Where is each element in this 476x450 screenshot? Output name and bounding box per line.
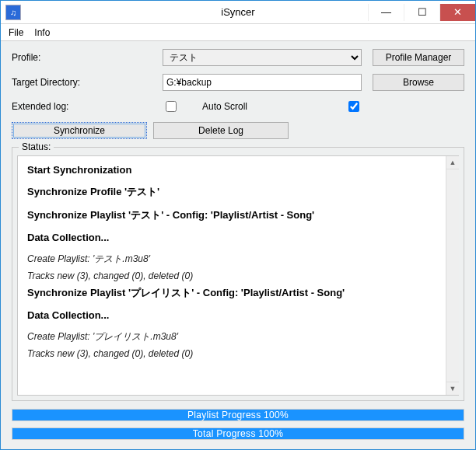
scroll-down-icon[interactable]: ▼ <box>446 382 459 395</box>
extended-log-label: Extended log: <box>12 101 152 112</box>
close-button[interactable]: ✕ <box>439 4 475 21</box>
log-heading: Synchronize Playlist 'テスト' - Config: 'Pl… <box>27 208 436 222</box>
menubar: File Info <box>1 24 475 41</box>
status-group-label: Status: <box>19 141 54 152</box>
log-heading: Data Collection... <box>27 309 436 321</box>
auto-scroll-checkbox[interactable] <box>348 101 359 112</box>
log-line: Create Playlist: 'プレイリスト.m3u8' <box>27 330 436 344</box>
log-heading: Data Collection... <box>27 232 436 243</box>
target-directory-label: Target Directory: <box>12 77 152 88</box>
profile-manager-button[interactable]: Profile Manager <box>373 49 464 66</box>
auto-scroll-label: Auto Scroll <box>202 101 247 112</box>
status-log-content: Start SynchronizationSynchronize Profile… <box>18 156 446 395</box>
log-heading: Synchronize Profile 'テスト' <box>27 185 436 199</box>
total-progress-bar: Total Progress 100% <box>12 427 464 440</box>
scroll-up-icon[interactable]: ▲ <box>446 156 459 169</box>
target-directory-input[interactable] <box>163 74 362 91</box>
window-controls: — ☐ ✕ <box>368 4 475 21</box>
status-log: Start SynchronizationSynchronize Profile… <box>17 155 459 396</box>
action-buttons: Synchronize Delete Log <box>1 119 475 145</box>
synchronize-button[interactable]: Synchronize <box>12 122 147 139</box>
log-heading: Start Synchronization <box>27 164 436 176</box>
checkbox-row: Auto Scroll <box>163 99 362 114</box>
menu-info[interactable]: Info <box>30 26 54 40</box>
delete-log-button[interactable]: Delete Log <box>153 122 289 139</box>
app-window: ♫ iSyncer — ☐ ✕ File Info Profile: テスト P… <box>0 0 476 450</box>
playlist-progress-bar: Playlist Progress 100% <box>12 409 464 421</box>
progress-area: Playlist Progress 100% Total Progress 10… <box>1 407 475 449</box>
profile-label: Profile: <box>12 52 152 63</box>
music-icon: ♫ <box>5 5 21 20</box>
form-area: Profile: テスト Profile Manager Target Dire… <box>1 41 475 119</box>
log-line: Tracks new (3), changed (0), deleted (0) <box>27 348 436 359</box>
minimize-button[interactable]: — <box>368 4 404 21</box>
maximize-button[interactable]: ☐ <box>404 4 439 21</box>
extended-log-checkbox[interactable] <box>166 101 177 112</box>
log-line: Create Playlist: 'テスト.m3u8' <box>27 253 436 266</box>
status-group: Status: Start SynchronizationSynchronize… <box>12 147 464 401</box>
log-heading: Synchronize Playlist 'プレイリスト' - Config: … <box>27 286 436 300</box>
scrollbar[interactable]: ▲ ▼ <box>446 156 459 395</box>
profile-select[interactable]: テスト <box>163 49 362 66</box>
titlebar[interactable]: ♫ iSyncer — ☐ ✕ <box>1 1 475 24</box>
browse-button[interactable]: Browse <box>373 74 464 91</box>
menu-file[interactable]: File <box>4 26 28 40</box>
log-line: Tracks new (3), changed (0), deleted (0) <box>27 270 436 281</box>
